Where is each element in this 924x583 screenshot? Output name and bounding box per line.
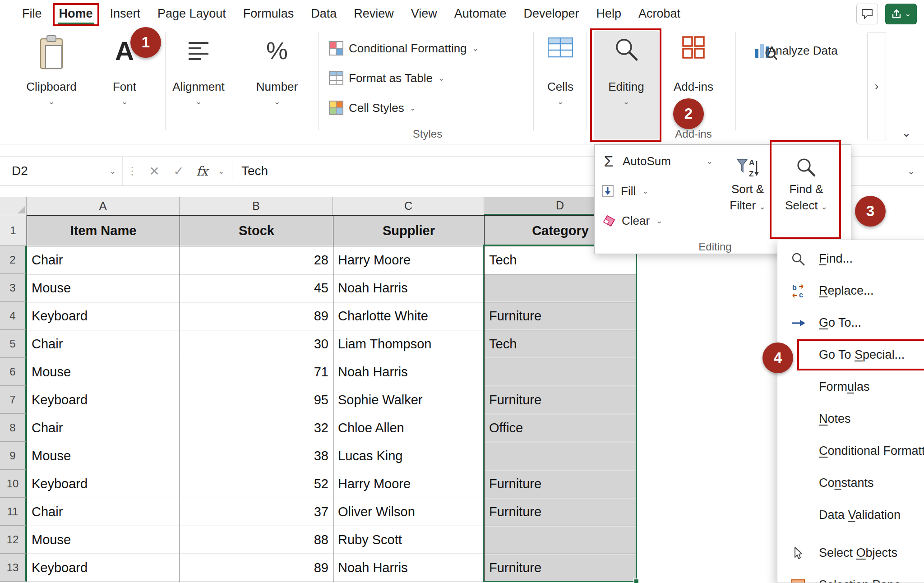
clipboard-chevron-icon[interactable]: ⌄ xyxy=(15,97,88,106)
table-cell[interactable]: Noah Harris xyxy=(333,554,485,582)
tab-formulas[interactable]: Formulas xyxy=(235,0,303,28)
table-cell[interactable]: Keyboard xyxy=(27,302,180,330)
table-cell[interactable]: Furniture xyxy=(485,470,637,498)
tab-automate[interactable]: Automate xyxy=(446,0,515,28)
conditional-formatting-button[interactable]: Conditional Formatting ⌄ xyxy=(329,37,479,59)
paste-clipboard-icon[interactable] xyxy=(37,35,65,74)
row-header-8[interactable]: 8 xyxy=(0,414,27,442)
table-cell[interactable]: Harry Moore xyxy=(333,470,485,498)
alignment-icon[interactable] xyxy=(188,35,209,63)
formula-bar-handle[interactable]: ⋮ xyxy=(123,165,142,177)
table-cell[interactable]: 28 xyxy=(180,246,333,274)
table-cell[interactable]: 88 xyxy=(180,526,333,554)
insert-function-icon[interactable]: fx xyxy=(190,164,214,179)
table-cell[interactable]: Liam Thompson xyxy=(333,330,485,358)
tab-home[interactable]: Home xyxy=(51,0,102,28)
table-cell[interactable]: 37 xyxy=(180,498,333,526)
table-cell[interactable]: 52 xyxy=(180,470,333,498)
ribbon-expand-button[interactable]: › xyxy=(867,32,886,140)
name-box-chevron-icon[interactable]: ⌄ xyxy=(110,167,116,176)
find-select-button[interactable]: Find & Select ⌄ xyxy=(780,157,832,215)
addins-icon[interactable] xyxy=(682,36,705,61)
format-as-table-button[interactable]: Format as Table ⌄ xyxy=(329,67,444,89)
menu-item-find[interactable]: Find... xyxy=(777,243,924,275)
menu-item-select-objects[interactable]: Select Objects xyxy=(777,537,924,569)
row-header-5[interactable]: 5 xyxy=(0,330,27,358)
menu-item-notes[interactable]: Notes xyxy=(777,403,924,435)
menu-item-go-to-special[interactable]: Go To Special... xyxy=(777,339,924,371)
clear-button[interactable]: Clear ⌄ xyxy=(601,208,662,233)
row-header-1[interactable]: 1 xyxy=(0,215,27,246)
table-cell[interactable]: 30 xyxy=(180,330,333,358)
table-cell[interactable]: Mouse xyxy=(27,526,180,554)
table-cell[interactable]: Keyboard xyxy=(27,386,180,414)
menu-item-replace[interactable]: b c Replace... xyxy=(777,275,924,307)
function-chevron-icon[interactable]: ⌄ xyxy=(214,167,228,176)
editing-chevron-icon[interactable]: ⌄ xyxy=(592,97,661,106)
tab-view[interactable]: View xyxy=(402,0,446,28)
number-chevron-icon[interactable]: ⌄ xyxy=(241,97,313,106)
table-cell[interactable] xyxy=(485,274,637,302)
table-cell[interactable] xyxy=(485,442,637,470)
cell-styles-button[interactable]: Cell Styles ⌄ xyxy=(329,97,416,119)
cells-icon[interactable] xyxy=(548,37,573,60)
row-header-10[interactable]: 10 xyxy=(0,470,27,498)
tab-help[interactable]: Help xyxy=(588,0,630,28)
table-cell[interactable]: Charlotte White xyxy=(333,302,485,330)
menu-item-data-validation[interactable]: Data Validation xyxy=(777,499,924,531)
tab-developer[interactable]: Developer xyxy=(515,0,587,28)
cancel-icon[interactable]: ✕ xyxy=(142,164,167,179)
table-cell[interactable]: Furniture xyxy=(485,386,637,414)
tab-review[interactable]: Review xyxy=(345,0,402,28)
menu-item-conditional-formatting[interactable]: Conditional Formatting xyxy=(777,435,924,467)
row-header-13[interactable]: 13 xyxy=(0,554,27,582)
table-cell[interactable]: Chair xyxy=(27,498,180,526)
table-cell[interactable]: Supplier xyxy=(333,216,485,246)
alignment-chevron-icon[interactable]: ⌄ xyxy=(162,97,235,106)
column-header-c[interactable]: C xyxy=(333,197,484,215)
table-cell[interactable]: Furniture xyxy=(485,302,637,330)
ribbon-group-editing[interactable]: Editing ⌄ xyxy=(592,28,661,144)
menu-item-constants[interactable]: Constants xyxy=(777,467,924,499)
name-box[interactable]: D2 ⌄ xyxy=(0,157,123,185)
table-cell[interactable]: Mouse xyxy=(27,358,180,386)
table-cell[interactable]: Stock xyxy=(180,216,333,246)
row-header-2[interactable]: 2 xyxy=(0,246,27,274)
tab-file[interactable]: File xyxy=(14,0,51,28)
table-cell[interactable]: Chair xyxy=(27,246,180,274)
table-cell[interactable] xyxy=(485,358,637,386)
select-all-corner[interactable] xyxy=(0,197,27,215)
share-button[interactable]: ⌄ xyxy=(885,4,917,24)
row-header-12[interactable]: 12 xyxy=(0,526,27,554)
tab-page-layout[interactable]: Page Layout xyxy=(149,0,235,28)
table-cell[interactable]: Oliver Wilson xyxy=(333,498,485,526)
row-header-7[interactable]: 7 xyxy=(0,386,27,414)
menu-item-formulas[interactable]: Formulas xyxy=(777,371,924,403)
table-cell[interactable]: Tech xyxy=(485,330,637,358)
row-header-3[interactable]: 3 xyxy=(0,274,27,302)
enter-icon[interactable]: ✓ xyxy=(167,164,190,179)
tab-data[interactable]: Data xyxy=(302,0,345,28)
table-cell[interactable]: Keyboard xyxy=(27,554,180,582)
table-cell[interactable]: Mouse xyxy=(27,274,180,302)
menu-item-selection-pane[interactable]: Selection Pane... xyxy=(777,569,924,583)
analyze-data-button[interactable]: Analyze Data xyxy=(738,28,878,144)
table-cell[interactable]: 45 xyxy=(180,274,333,302)
table-cell[interactable]: Office xyxy=(485,414,637,442)
table-cell[interactable]: Ruby Scott xyxy=(333,526,485,554)
percent-icon[interactable]: % xyxy=(266,35,288,66)
ribbon-collapse-chevron-icon[interactable]: ⌄ xyxy=(901,126,911,140)
table-cell[interactable]: Chair xyxy=(27,330,180,358)
table-cell[interactable]: Sophie Walker xyxy=(333,386,485,414)
table-cell[interactable]: Noah Harris xyxy=(333,358,485,386)
row-header-6[interactable]: 6 xyxy=(0,358,27,386)
autosum-button[interactable]: Σ AutoSum ⌄ xyxy=(601,148,713,174)
tab-insert[interactable]: Insert xyxy=(102,0,149,28)
row-header-4[interactable]: 4 xyxy=(0,302,27,330)
table-cell[interactable]: Keyboard xyxy=(27,470,180,498)
comments-button[interactable] xyxy=(856,4,878,24)
table-cell[interactable]: Chair xyxy=(27,414,180,442)
formula-bar-value[interactable]: Tech xyxy=(236,164,268,178)
tab-acrobat[interactable]: Acrobat xyxy=(630,0,689,28)
fill-button[interactable]: Fill ⌄ xyxy=(601,178,648,204)
